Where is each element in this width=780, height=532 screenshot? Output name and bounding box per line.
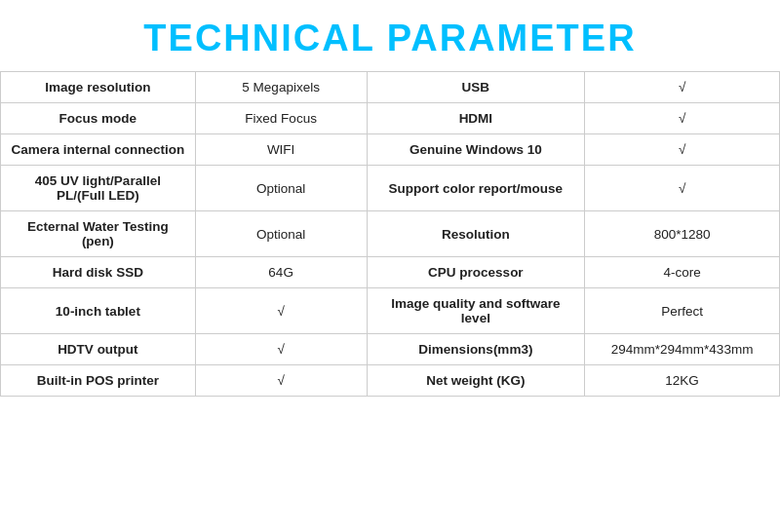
left-value-7: √ [195,334,367,365]
right-value-0: √ [585,72,780,103]
left-label-7: HDTV output [1,334,196,365]
left-value-3: Optional [195,166,367,211]
right-value-5: 4-core [585,257,780,288]
left-label-1: Focus mode [1,103,196,134]
right-label-3: Support color report/mouse [367,166,585,211]
left-label-4: Ecternal Water Testing (pen) [1,211,196,257]
right-label-2: Genuine Windows 10 [367,134,585,166]
right-label-0: USB [367,72,585,103]
left-value-4: Optional [195,211,367,257]
left-label-0: Image resolution [1,72,196,103]
right-value-6: Perfect [585,288,780,334]
left-value-0: 5 Megapixels [195,72,367,103]
right-label-4: Resolution [367,211,585,257]
left-label-6: 10-inch tablet [1,288,196,334]
left-value-2: WIFI [195,134,367,166]
right-label-5: CPU processor [367,257,585,288]
right-label-6: Image quality and software level [367,288,585,334]
right-value-4: 800*1280 [585,211,780,257]
right-value-1: √ [585,103,780,134]
left-label-3: 405 UV light/Parallel PL/(Full LED) [1,166,196,211]
left-value-6: √ [195,288,367,334]
left-label-8: Built-in POS printer [1,365,196,397]
right-value-8: 12KG [585,365,780,397]
left-label-2: Camera internal connection [1,134,196,166]
left-value-1: Fixed Focus [195,103,367,134]
technical-parameter-table: Image resolution5 MegapixelsUSB√Focus mo… [0,71,780,397]
right-value-3: √ [585,166,780,211]
right-label-7: Dimensions(mm3) [367,334,585,365]
page-title: TECHNICAL PARAMETER [0,0,780,71]
left-label-5: Hard disk SSD [1,257,196,288]
right-label-8: Net weight (KG) [367,365,585,397]
left-value-5: 64G [195,257,367,288]
left-value-8: √ [195,365,367,397]
right-label-1: HDMI [367,103,585,134]
right-value-7: 294mm*294mm*433mm [585,334,780,365]
right-value-2: √ [585,134,780,166]
